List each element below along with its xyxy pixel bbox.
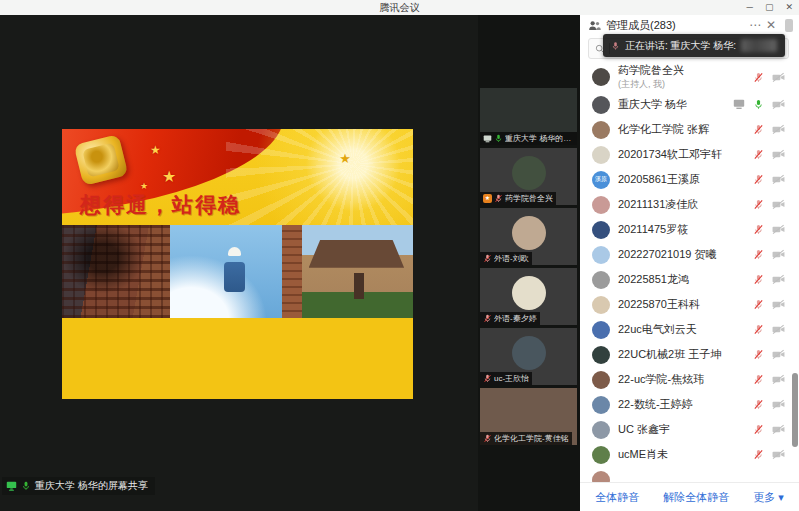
member-row[interactable]: 溪原 20205861王溪原 [580,167,793,192]
member-avatar [592,296,610,314]
member-avatar [592,421,610,439]
member-name: 药学院昝全兴 [618,63,684,78]
camera-off-icon[interactable] [772,299,785,310]
mic-icon[interactable] [753,349,764,360]
member-role: (主持人, 我) [618,78,684,91]
member-list: 药学院昝全兴 (主持人, 我) 重庆大学 杨华 [580,62,793,483]
mic-icon[interactable] [753,174,764,185]
mute-all-button[interactable]: 全体静音 [595,490,639,505]
camera-off-icon[interactable] [772,424,785,435]
mic-icon[interactable] [753,399,764,410]
camera-off-icon[interactable] [772,249,785,260]
member-name: 22UC机械2班 王子坤 [618,347,721,362]
camera-off-icon[interactable] [772,449,785,460]
member-name: 20211475罗筱 [618,222,688,237]
camera-off-icon[interactable] [772,99,785,110]
member-row[interactable]: 20211475罗筱 [580,217,793,242]
unmute-all-button[interactable]: 解除全体静音 [663,490,729,505]
mic-icon [483,314,492,323]
more-actions-button[interactable]: 更多 ▾ [753,490,784,505]
member-name: 20211131凌佳欣 [618,197,698,212]
mic-icon[interactable] [753,99,764,110]
participant-filmstrip: 重庆大学 杨华的屏幕... ★ 药学院昝全兴 [478,15,580,511]
member-row[interactable] [580,467,793,483]
panel-collapse-button[interactable] [785,19,793,32]
mic-icon[interactable] [753,274,764,285]
scrollbar-thumb[interactable] [792,373,798,447]
mic-icon[interactable] [753,224,764,235]
member-row[interactable]: 化学化工学院 张辉 [580,117,793,142]
member-row[interactable]: 20225851龙鸿 [580,267,793,292]
mic-icon[interactable] [753,449,764,460]
member-row[interactable]: UC 张鑫宇 [580,417,793,442]
member-row[interactable]: 22uc电气刘云天 [580,317,793,342]
star-icon: ★ [140,181,148,191]
screen-share-icon [6,481,17,491]
maximize-button[interactable]: ▢ [765,1,774,14]
member-avatar [592,321,610,339]
member-row[interactable]: 22-数统-王婷婷 [580,392,793,417]
member-avatar [592,371,610,389]
thumbnail-label: uc-王欣怡 [480,372,532,385]
close-button[interactable]: ✕ [785,1,793,14]
sunburst-graphic [226,129,413,225]
mic-icon[interactable] [753,324,764,335]
mic-icon[interactable] [753,424,764,435]
camera-off-icon[interactable] [772,324,785,335]
camera-off-icon[interactable] [772,374,785,385]
camera-off-icon[interactable] [772,174,785,185]
member-name: 202227021019 贺曦 [618,247,716,262]
censored-names [741,39,777,52]
camera-off-icon[interactable] [772,199,785,210]
star-icon: ★ [150,143,161,157]
mic-icon[interactable] [753,374,764,385]
member-avatar [592,221,610,239]
camera-off-icon[interactable] [772,399,785,410]
camera-off-icon[interactable] [772,274,785,285]
mic-icon[interactable] [753,249,764,260]
panel-more-button[interactable]: ⋯ [749,16,761,34]
member-row[interactable]: 药学院昝全兴 (主持人, 我) [580,62,793,92]
member-row[interactable]: 20225870王科科 [580,292,793,317]
minimize-button[interactable]: ─ [747,1,753,14]
video-thumbnail[interactable]: 化学化工学院-黄佳铭 [480,388,577,445]
star-icon: ★ [162,167,176,186]
mic-icon [483,434,492,443]
thumbnail-label: 外语-刘欧 [480,252,532,265]
member-row[interactable]: 20211131凌佳欣 [580,192,793,217]
panel-close-button[interactable]: ✕ [766,16,776,34]
mic-icon[interactable] [753,124,764,135]
mic-icon[interactable] [753,299,764,310]
camera-off-icon[interactable] [772,349,785,360]
member-avatar [592,346,610,364]
mic-icon [483,254,492,263]
mic-icon[interactable] [753,149,764,160]
mic-icon[interactable] [753,72,764,83]
member-panel-header: 管理成员(283) ⋯ ✕ [580,15,799,35]
participant-avatar [512,336,546,370]
video-thumbnail[interactable]: 外语-秦夕婷 [480,268,577,325]
speaking-toast: 正在讲话: 重庆大学 杨华: [603,34,785,57]
member-row[interactable]: ucME肖未 [580,442,793,467]
member-row[interactable]: 重庆大学 杨华 [580,92,793,117]
member-row[interactable]: 20201734软工邓宇轩 [580,142,793,167]
member-avatar [592,396,610,414]
titlebar: 腾讯会议 ─ ▢ ✕ [0,0,799,15]
member-name: UC 张鑫宇 [618,422,670,437]
speaking-toast-label: 正在讲话: 重庆大学 杨华: [625,39,736,53]
video-thumbnail[interactable]: uc-王欣怡 [480,328,577,385]
slide-banner: ★ ★ ★ ★ 想得通，站得稳 [62,129,413,225]
mic-icon [483,374,492,383]
mic-icon[interactable] [753,199,764,210]
camera-off-icon[interactable] [772,72,785,83]
member-row[interactable]: 22-uc学院-焦炫玮 [580,367,793,392]
camera-off-icon[interactable] [772,224,785,235]
video-thumbnail[interactable]: 重庆大学 杨华的屏幕... [480,88,577,145]
member-row[interactable]: 22UC机械2班 王子坤 [580,342,793,367]
camera-off-icon[interactable] [772,149,785,160]
presentation-slide: ★ ★ ★ ★ 想得通，站得稳 [62,129,413,399]
member-row[interactable]: 202227021019 贺曦 [580,242,793,267]
video-thumbnail[interactable]: 外语-刘欧 [480,208,577,265]
camera-off-icon[interactable] [772,124,785,135]
video-thumbnail[interactable]: ★ 药学院昝全兴 [480,148,577,205]
